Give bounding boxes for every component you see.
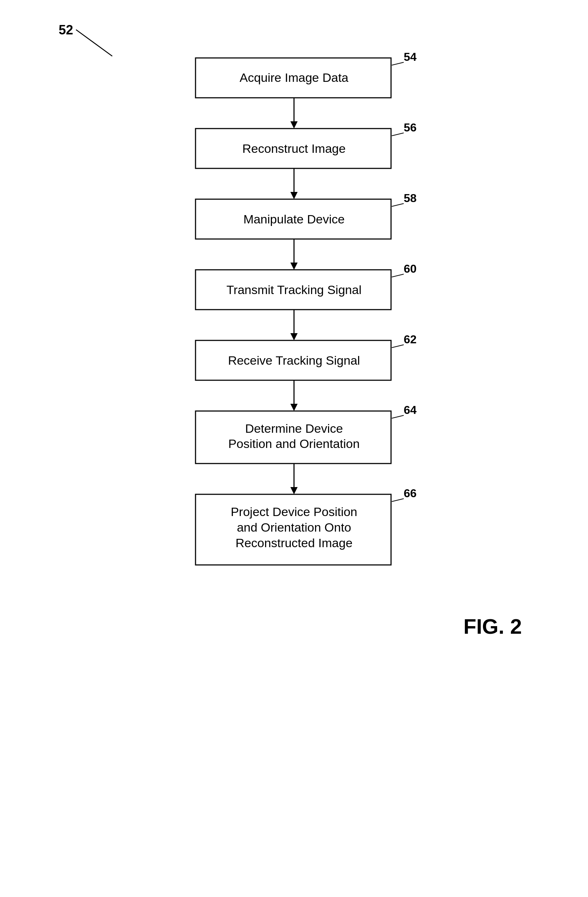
svg-text:Determine Device: Determine Device xyxy=(245,421,343,435)
svg-marker-10 xyxy=(290,192,298,199)
svg-text:Reconstructed Image: Reconstructed Image xyxy=(235,536,352,550)
svg-text:Manipulate Device: Manipulate Device xyxy=(243,212,345,226)
svg-text:and Orientation Onto: and Orientation Onto xyxy=(237,520,351,534)
svg-line-0 xyxy=(76,30,112,56)
svg-line-18 xyxy=(392,274,404,277)
svg-marker-31 xyxy=(290,487,298,494)
box-64: Determine Device Position and Orientatio… xyxy=(196,403,417,464)
ref-62: 62 xyxy=(404,333,417,346)
svg-line-36 xyxy=(392,499,404,502)
box-62: Receive Tracking Signal 62 xyxy=(196,333,417,380)
ref-54: 54 xyxy=(404,51,417,63)
svg-line-23 xyxy=(392,345,404,347)
svg-line-13 xyxy=(392,204,404,207)
svg-marker-25 xyxy=(290,404,298,411)
ref-60: 60 xyxy=(404,262,417,275)
ref-56: 56 xyxy=(404,121,417,134)
box-56: Reconstruct Image 56 xyxy=(196,121,417,168)
box-66: Project Device Position and Orientation … xyxy=(196,487,417,565)
svg-text:Position and Orientation: Position and Orientation xyxy=(228,437,360,450)
ref-66: 66 xyxy=(404,487,417,500)
ref-58: 58 xyxy=(404,191,417,205)
svg-marker-20 xyxy=(290,333,298,340)
box-58: Manipulate Device 58 xyxy=(196,191,417,239)
svg-text:Transmit Tracking Signal: Transmit Tracking Signal xyxy=(227,283,362,297)
fig-2-label: FIG. 2 xyxy=(464,615,522,638)
svg-line-3 xyxy=(392,62,404,65)
svg-line-8 xyxy=(392,133,404,136)
svg-marker-15 xyxy=(290,263,298,270)
svg-text:Receive Tracking Signal: Receive Tracking Signal xyxy=(228,354,360,367)
svg-text:Reconstruct Image: Reconstruct Image xyxy=(242,142,345,155)
figure-52-label: 52 xyxy=(59,23,73,37)
box-60: Transmit Tracking Signal 60 xyxy=(196,262,417,310)
svg-text:Acquire Image Data: Acquire Image Data xyxy=(240,70,349,84)
svg-text:Project Device Position: Project Device Position xyxy=(231,505,357,519)
box-54: Acquire Image Data 54 xyxy=(196,51,417,98)
svg-marker-5 xyxy=(290,121,298,129)
ref-64: 64 xyxy=(404,403,417,416)
svg-line-29 xyxy=(392,415,404,418)
